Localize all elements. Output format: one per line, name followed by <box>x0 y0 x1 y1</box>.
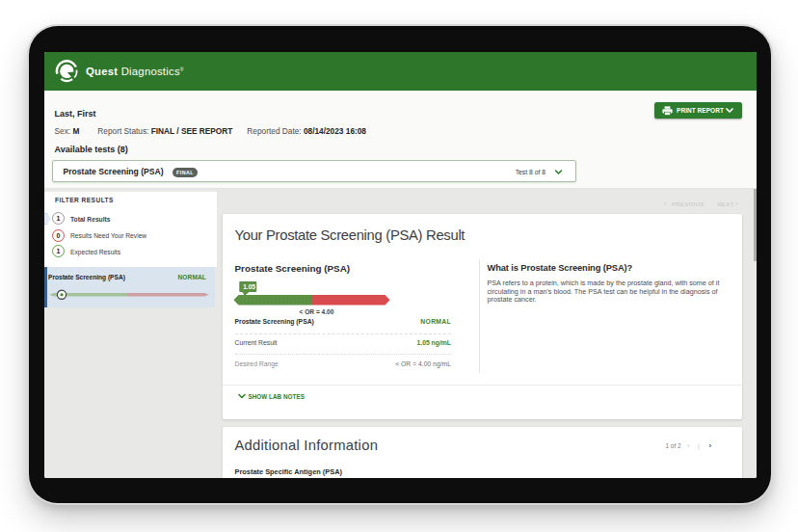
svg-text:1.05: 1.05 <box>243 283 255 290</box>
